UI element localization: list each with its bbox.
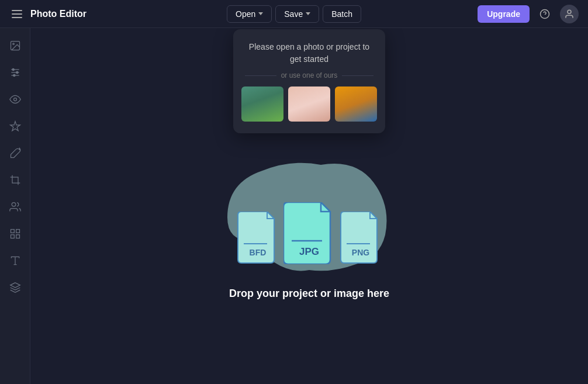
eye-icon (9, 94, 21, 108)
svg-text:PNG: PNG (352, 248, 369, 257)
divider-text: or use one of ours (281, 71, 338, 79)
file-bfd: BFD (237, 212, 279, 264)
blob-area: BFD JPG (216, 147, 403, 276)
svg-marker-20 (10, 282, 20, 287)
sidebar-item-layers[interactable] (4, 277, 27, 300)
svg-point-4 (12, 43, 13, 44)
sidebar-item-image[interactable] (4, 35, 27, 58)
sample-image-city[interactable] (335, 87, 377, 122)
svg-text:JPG: JPG (299, 246, 319, 257)
header: Photo Editor Open Save Batch Upgrade (0, 0, 588, 28)
sidebar-item-ai[interactable] (4, 116, 27, 139)
sidebar-item-view[interactable] (4, 89, 27, 112)
save-button[interactable]: Save (275, 5, 319, 23)
drop-zone[interactable]: BFD JPG (216, 147, 403, 300)
header-center: Open Save Batch (227, 5, 361, 23)
brush-icon (9, 147, 21, 162)
group-icon (9, 201, 21, 216)
save-chevron-icon (306, 12, 310, 15)
svg-point-10 (13, 74, 15, 76)
svg-point-13 (12, 202, 16, 206)
sample-image-van[interactable] (241, 87, 283, 122)
sidebar-item-retouch[interactable] (4, 143, 27, 166)
sliders-icon (9, 67, 21, 81)
svg-rect-15 (16, 229, 19, 233)
header-right: Upgrade (478, 5, 579, 23)
svg-text:BFD: BFD (250, 248, 267, 257)
open-button[interactable]: Open (227, 5, 272, 23)
open-prompt: Please open a photo or project to get st… (245, 41, 373, 65)
account-avatar[interactable] (560, 5, 579, 23)
drop-text: Drop your project or image here (229, 288, 389, 300)
sidebar-item-crop[interactable] (4, 169, 27, 193)
app-title: Photo Editor (30, 9, 87, 19)
file-icons: BFD JPG (237, 202, 382, 264)
open-dropdown: Please open a photo or project to get st… (233, 29, 385, 133)
main-layout: Please open a photo or project to get st… (0, 28, 588, 384)
sidebar-item-adjustments[interactable] (4, 62, 27, 85)
crop-icon (9, 174, 21, 189)
bfd-file-icon: BFD (237, 212, 279, 264)
jpg-file-icon: JPG (283, 202, 335, 264)
sidebar-item-people[interactable] (4, 196, 27, 220)
sidebar (0, 28, 30, 384)
image-icon (9, 40, 21, 54)
svg-point-11 (13, 98, 16, 101)
batch-button[interactable]: Batch (323, 5, 361, 23)
divider: or use one of ours (245, 71, 373, 79)
svg-point-2 (568, 10, 571, 13)
sparkle-icon (9, 120, 21, 135)
help-button[interactable] (535, 5, 554, 23)
menu-icon[interactable] (9, 8, 25, 20)
file-jpg: JPG (283, 202, 335, 264)
file-png: PNG (340, 212, 382, 264)
sample-image-person[interactable] (288, 87, 330, 122)
svg-point-8 (12, 68, 14, 70)
layers-icon (9, 282, 21, 296)
content-area: Please open a photo or project to get st… (30, 28, 588, 384)
svg-rect-16 (11, 234, 14, 238)
svg-rect-14 (11, 229, 14, 233)
effects-icon (9, 228, 21, 243)
text-icon (9, 255, 21, 269)
sidebar-item-text[interactable] (4, 250, 27, 274)
sample-images-row (245, 87, 373, 122)
svg-rect-17 (16, 234, 19, 238)
open-chevron-icon (258, 12, 263, 15)
upgrade-button[interactable]: Upgrade (478, 5, 530, 23)
svg-point-9 (16, 71, 18, 73)
png-file-icon: PNG (340, 212, 382, 264)
sidebar-item-effects[interactable] (4, 223, 27, 247)
